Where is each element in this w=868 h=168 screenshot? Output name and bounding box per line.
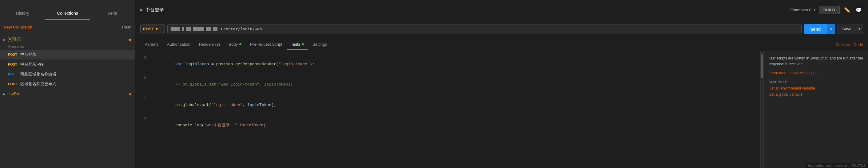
code-line-1: 1 var loginToken = postman.getResponseHe… <box>135 54 761 75</box>
line-number: 3 <box>139 95 147 115</box>
request-item-2[interactable]: PUT 商品区域化名称编辑 <box>0 69 135 79</box>
collection-name: [A]登录 <box>7 37 126 42</box>
collection-header-csvpro[interactable]: ▶ csvPro ★ <box>0 89 135 99</box>
tab-history[interactable]: History <box>0 8 45 20</box>
panel-description: Test scripts are written in JavaScript, … <box>769 55 863 67</box>
request-name: 中台登录 <box>20 52 36 57</box>
collection-name-csvpro: csvPro <box>7 91 126 96</box>
request-tabs: Params Authorization Headers (9) Body Pr… <box>135 38 868 51</box>
url-path: 'ucenter/login/web <box>219 27 262 31</box>
code-content: // pm.globals.set("wms_login-token", log… <box>151 75 293 95</box>
save-button[interactable]: Save <box>838 24 856 34</box>
line-number: 2 <box>139 75 147 95</box>
chevron-down-icon: ▾ <box>814 8 816 12</box>
body-dot <box>239 43 242 45</box>
method-dropdown-icon: ▾ <box>156 27 158 31</box>
collection-header[interactable]: ▶ [A]登录 ★ <box>0 34 135 45</box>
request-name: 区域化名称变更导入 <box>20 81 56 87</box>
url-prefix: ████ █ ██ █████ ██ ██ <box>171 27 217 31</box>
star-icon-csvpro: ★ <box>128 92 132 96</box>
request-item-0[interactable]: POST 中台登录 <box>0 50 135 59</box>
comment-icon[interactable]: 💬 <box>855 6 863 14</box>
scroll-thumb <box>761 54 763 78</box>
tab-collections[interactable]: Collections <box>45 8 90 20</box>
tab-apis[interactable]: APIs <box>90 8 135 20</box>
code-line-3: 3 pm.globals.set("login-token", loginTok… <box>135 95 761 115</box>
main-content: ▶ 中台登录 Examples 0 ▾ BUILD ✏️ 💬 POST ▾ ██… <box>135 0 868 168</box>
examples-label: Examples <box>790 8 808 12</box>
code-content: var loginToken = postman.getResponseHead… <box>151 54 315 75</box>
request-item-3[interactable]: POST 区域化名称变更导入 <box>0 79 135 89</box>
star-icon: ★ <box>128 37 132 42</box>
code-line-4: 4 console.log("wms中台登录: "+loginToken) <box>135 115 761 135</box>
learn-more-link[interactable]: Learn more about tests scripts <box>769 71 863 75</box>
code-content: console.log("wms中台登录: "+loginToken) <box>151 115 266 135</box>
request-name: 商品区域化名称编辑 <box>20 72 56 77</box>
snippet-link-1[interactable]: Get a global variable <box>769 92 863 96</box>
trash-button[interactable]: Trash <box>121 25 131 30</box>
code-line-2: 2 // pm.globals.set("wms_login-token", l… <box>135 75 761 95</box>
main-topbar: ▶ 中台登录 Examples 0 ▾ BUILD ✏️ 💬 <box>135 0 868 20</box>
collection-group-csvpro: ▶ csvPro ★ <box>0 89 135 99</box>
snippet-link-0[interactable]: Get an environment variable <box>769 86 863 90</box>
url-input-container[interactable]: ████ █ ██ █████ ██ ██ 'ucenter/login/web <box>167 25 802 33</box>
save-button-group: Save ▾ <box>838 24 863 34</box>
edit-icon[interactable]: ✏️ <box>843 6 851 14</box>
sidebar: History Collections APIs New Collection … <box>0 0 135 168</box>
save-dropdown-button[interactable]: ▾ <box>856 24 863 34</box>
method-badge: POST <box>8 62 19 66</box>
right-actions: Cookies Code <box>835 42 863 47</box>
examples-button[interactable]: Examples 0 ▾ <box>790 8 815 12</box>
tests-dot <box>302 43 304 45</box>
tab-headers[interactable]: Headers (9) <box>195 40 224 50</box>
tab-body[interactable]: Body <box>224 40 246 50</box>
snippets-title: SNIPPETS <box>769 80 863 84</box>
examples-count: 0 <box>809 8 811 12</box>
collapse-arrow-icon[interactable]: ▶ <box>140 8 143 12</box>
cookies-link[interactable]: Cookies <box>835 42 850 47</box>
request-name: 中台登录 Pre <box>20 61 44 67</box>
tests-label: Tests <box>291 42 300 47</box>
expand-icon: ▶ <box>3 38 5 41</box>
new-collection-button[interactable]: New Collection <box>4 25 32 30</box>
request-count: 4 requests <box>0 45 135 50</box>
editor-layout: 1 var loginToken = postman.getResponseHe… <box>135 51 868 168</box>
footer-url: https://blog.csdn.net/weixin_46017315 <box>806 163 868 168</box>
line-number: 4 <box>139 115 147 135</box>
collection-group-a-login: ▶ [A]登录 ★ 4 requests POST 中台登录 POST 中台登录… <box>0 34 135 89</box>
method-badge: PUT <box>8 72 19 76</box>
method-badge: POST <box>8 53 19 56</box>
tab-authorization[interactable]: Authorization <box>163 40 195 50</box>
tab-tests[interactable]: Tests <box>287 40 308 50</box>
code-link[interactable]: Code <box>854 42 863 47</box>
send-dropdown-button[interactable]: ▾ <box>827 24 835 34</box>
code-content: pm.globals.set("login-token", loginToken… <box>151 95 276 115</box>
method-label: POST <box>143 27 154 31</box>
url-bar: POST ▾ ████ █ ██ █████ ██ ██ 'ucenter/lo… <box>135 20 868 38</box>
scrollbar[interactable] <box>761 51 764 168</box>
line-number: 1 <box>139 54 147 75</box>
tab-params[interactable]: Params <box>140 40 163 50</box>
topbar-right: Examples 0 ▾ BUILD ✏️ 💬 <box>790 6 863 14</box>
endpoint-title: ▶ 中台登录 <box>140 7 164 13</box>
build-button[interactable]: BUILD <box>819 6 840 14</box>
tab-pre-request[interactable]: Pre-request Script <box>246 40 287 50</box>
right-panel: Test scripts are written in JavaScript, … <box>764 51 868 168</box>
send-button-group: Send ▾ <box>804 24 835 34</box>
headers-label: Headers (9) <box>199 42 220 47</box>
tab-settings[interactable]: Settings <box>308 40 331 50</box>
endpoint-name: 中台登录 <box>146 7 164 13</box>
method-select[interactable]: POST ▾ <box>140 25 165 33</box>
sidebar-tabs: History Collections APIs <box>0 0 135 20</box>
body-label: Body <box>228 42 238 47</box>
request-item-1[interactable]: POST 中台登录 Pre <box>0 59 135 69</box>
send-button[interactable]: Send <box>804 24 827 34</box>
expand-icon: ▶ <box>3 92 5 96</box>
method-badge: POST <box>8 82 19 86</box>
code-editor[interactable]: 1 var loginToken = postman.getResponseHe… <box>135 51 761 168</box>
sidebar-toolbar: New Collection Trash <box>0 20 135 34</box>
